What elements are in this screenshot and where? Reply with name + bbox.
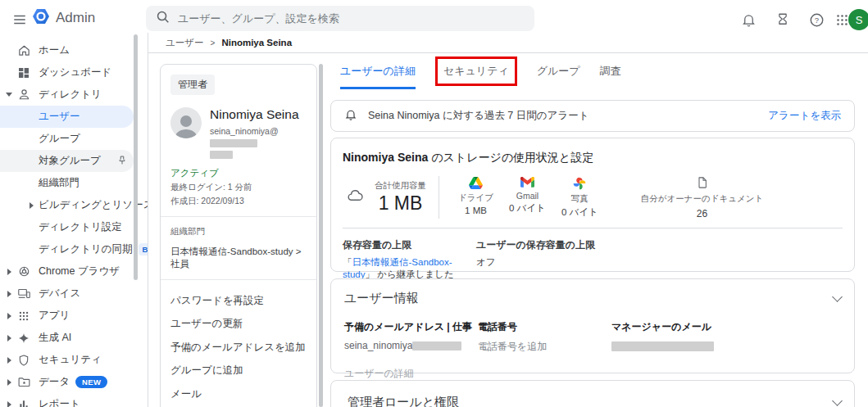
org-unit-value: 日本情報通信-Sandbox-study > 社員 [170, 246, 307, 270]
photos-value: 0 バイト [561, 206, 598, 219]
gmail-icon [520, 177, 534, 189]
divider [161, 279, 316, 280]
folder-icon [16, 375, 31, 390]
expand-right-icon [7, 313, 11, 319]
redacted-email-domain-2 [210, 151, 233, 159]
document-icon [696, 175, 709, 192]
update-user-action[interactable]: ユーザーの更新 [170, 313, 307, 337]
email-action[interactable]: メール [170, 382, 307, 406]
sidebar-item-security[interactable]: セキュリティ [0, 349, 134, 371]
reset-password-action[interactable]: パスワードを再設定 [170, 289, 307, 313]
user-name: Ninomiya Seina [210, 107, 307, 122]
tasks-hourglass-icon[interactable] [773, 10, 793, 29]
sidebar-item-directory[interactable]: ディレクトリ [0, 84, 134, 106]
sidebar-item-reports[interactable]: レポート [0, 393, 134, 407]
new-badge: NEW [75, 376, 107, 388]
total-usage-value: 1 MB [375, 192, 426, 215]
sidebar-item-devices[interactable]: デバイス [0, 283, 134, 305]
home-icon [16, 43, 31, 58]
search-input[interactable] [178, 12, 525, 25]
expand-right-icon [7, 291, 11, 297]
redacted-email-domain [210, 139, 257, 147]
sidebar-nav: ホーム ダッシュボード ディレクトリ ユーザー グループ 対象グループ 組織部門… [0, 33, 148, 407]
add-alternate-email-action[interactable]: 予備のメールアドレスを追加 [170, 336, 307, 360]
expand-right-icon [7, 357, 11, 364]
sidebar-item-users[interactable]: ユーザー [0, 106, 134, 128]
user-storage-limit-value: オフ [476, 256, 595, 269]
divider [161, 216, 316, 217]
drive-value: 1 MB [465, 206, 487, 215]
sidebar-item-gen-ai[interactable]: 生成 AI [0, 327, 134, 349]
add-phone-link[interactable]: 電話番号を追加 [478, 340, 611, 354]
storage-limit-value: 「日本情報通信-Sandbox-study」 から継承しました [343, 256, 476, 281]
breadcrumb-current: Ninomiya Seina [221, 38, 292, 47]
tab-security-red-annotation[interactable]: セキュリティ [435, 57, 517, 86]
sidebar-item-chrome-browser[interactable]: Chrome ブラウザ [0, 260, 134, 283]
sidebar-scrollbar[interactable] [134, 34, 138, 280]
expand-right-icon [7, 401, 11, 407]
drive-icon [469, 177, 483, 191]
tab-groups[interactable]: グループ [537, 53, 580, 89]
sidebar-item-dashboard[interactable]: ダッシュボード [0, 61, 134, 84]
user-info-title: ユーザー情報 [341, 291, 419, 306]
user-storage-limit-label: ユーザーの保存容量の上限 [476, 238, 595, 252]
user-actions-list: パスワードを再設定 ユーザーの更新 予備のメールアドレスを追加 グループに追加 … [170, 289, 307, 407]
notifications-icon[interactable] [738, 10, 758, 29]
devices-icon [16, 287, 31, 301]
search-bar[interactable] [146, 6, 534, 31]
phone-field: 電話番号 電話番号を追加 [478, 320, 611, 354]
sidebar-item-target-groups[interactable]: 対象グループ [0, 150, 134, 172]
shield-icon [16, 353, 31, 368]
admin-roles-card: 管理者ロールと権限 [330, 380, 855, 407]
beta-badge: BETA [139, 243, 148, 256]
storage-card: Ninomiya Seina のストレージの使用状況と設定 合計使用容量 1 M… [330, 138, 855, 272]
sidebar-item-data[interactable]: データNEW [0, 371, 134, 393]
gmail-label: Gmail [516, 191, 539, 201]
sidebar-item-org-units[interactable]: 組織部門 [0, 172, 134, 194]
drive-label: ドライブ [458, 192, 493, 204]
main-content: ユーザーの詳細 セキュリティ グループ 調査 Seina Ninomiya に対… [330, 53, 855, 89]
sidebar-item-buildings-resources[interactable]: ビルディングとリソース [0, 194, 134, 216]
chevron-down-icon[interactable] [832, 292, 843, 302]
chevron-down-icon[interactable] [832, 396, 843, 406]
storage-title: Ninomiya Seina のストレージの使用状況と設定 [343, 151, 843, 165]
tab-user-details[interactable]: ユーザーの詳細 [340, 53, 416, 89]
show-alerts-link[interactable]: アラートを表示 [768, 109, 841, 123]
help-icon[interactable]: ? [807, 10, 826, 29]
sidebar-item-home[interactable]: ホーム [0, 39, 134, 61]
tab-investigate[interactable]: 調査 [600, 53, 621, 89]
expand-down-icon [6, 93, 12, 97]
user-info-card: ユーザー情報 予備のメールアドレス | 仕事 seina_ninomiya 電話… [330, 278, 855, 373]
card-column-scrollbar[interactable] [319, 64, 323, 407]
admin-logo-icon[interactable] [31, 7, 51, 26]
chrome-icon [16, 265, 31, 279]
alternate-email-field: 予備のメールアドレス | 仕事 seina_ninomiya [344, 320, 478, 354]
expand-right-icon [30, 202, 34, 209]
user-email: seina_ninomiya@ [210, 125, 307, 160]
pin-icon[interactable] [116, 155, 128, 169]
photos-label: 写真 [571, 193, 589, 205]
expand-right-icon [7, 379, 11, 386]
sidebar-item-directory-settings[interactable]: ディレクトリ設定 [0, 216, 134, 238]
user-status-active: アクティブ [170, 167, 307, 179]
divider [343, 228, 843, 228]
sidebar-item-groups[interactable]: グループ [0, 128, 134, 150]
breadcrumb: ユーザー > Ninomiya Seina [148, 33, 868, 53]
add-to-groups-action[interactable]: グループに追加 [170, 360, 307, 383]
account-avatar[interactable]: S [848, 9, 868, 30]
manager-email-field: マネージャーのメール [611, 320, 714, 354]
menu-icon[interactable] [10, 10, 30, 29]
created-date: 作成日: 2022/09/13 [170, 196, 307, 207]
svg-text:?: ? [814, 15, 818, 24]
photos-usage: 写真 0 バイト [561, 177, 598, 219]
user-details-link[interactable]: ユーザーの詳細 [341, 367, 841, 381]
divider [439, 176, 439, 219]
search-icon [156, 10, 170, 27]
breadcrumb-users-link[interactable]: ユーザー [166, 37, 204, 49]
photos-icon [573, 177, 586, 192]
expand-right-icon [7, 335, 11, 341]
sidebar-item-directory-sync[interactable]: ディレクトリの同期BETA [0, 238, 134, 260]
sidebar-item-apps[interactable]: アプリ [0, 305, 134, 327]
tab-bar: ユーザーの詳細 セキュリティ グループ 調査 [330, 53, 855, 89]
user-avatar [170, 107, 202, 138]
